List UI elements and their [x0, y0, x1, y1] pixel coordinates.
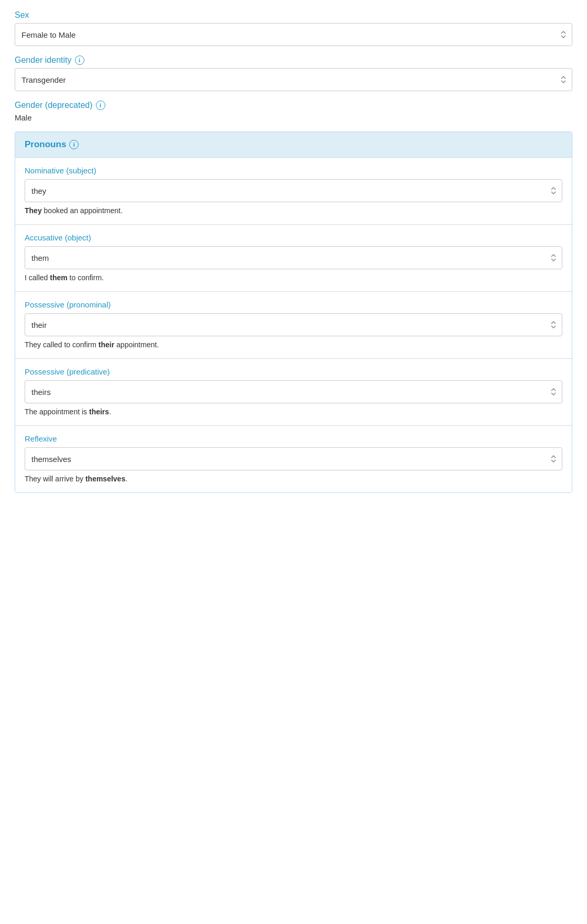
- possessive-pronominal-label-text: Possessive (pronominal): [25, 300, 111, 309]
- reflexive-example: They will arrive by themselves.: [25, 475, 562, 483]
- gender-deprecated-field-group: Gender (deprecated) i Male: [15, 101, 572, 122]
- possessive-predicative-select[interactable]: theirs his hers zirs xyrs other: [25, 380, 562, 403]
- gender-deprecated-label-text: Gender (deprecated): [15, 101, 93, 110]
- gender-deprecated-info-icon[interactable]: i: [96, 101, 105, 110]
- accusative-example-suffix: to confirm.: [68, 273, 104, 282]
- possessive-predicative-example: The appointment is theirs.: [25, 408, 562, 416]
- gender-identity-field-group: Gender identity i Transgender Male Femal…: [15, 56, 572, 91]
- possessive-predicative-select-wrapper: theirs his hers zirs xyrs other: [25, 380, 562, 403]
- reflexive-section: Reflexive themselves himself herself zem…: [15, 426, 572, 492]
- gender-deprecated-value: Male: [15, 113, 572, 122]
- reflexive-example-prefix: They will arrive by: [25, 475, 85, 483]
- possessive-pronominal-select[interactable]: their his her zir xyr other: [25, 313, 562, 336]
- pronouns-info-icon[interactable]: i: [69, 140, 79, 149]
- nominative-select-wrapper: they he she ze xe other: [25, 179, 562, 202]
- pronouns-label-text: Pronouns: [25, 139, 66, 150]
- sex-label: Sex: [15, 10, 572, 20]
- accusative-example-bold: them: [50, 273, 67, 282]
- possessive-pronominal-example-prefix: They called to confirm: [25, 340, 99, 349]
- pronouns-container: Pronouns i Nominative (subject) they he …: [15, 131, 572, 493]
- accusative-label: Accusative (object): [25, 233, 562, 242]
- possessive-pronominal-example-suffix: appointment.: [114, 340, 159, 349]
- pronouns-header: Pronouns i: [15, 132, 572, 158]
- gender-identity-select[interactable]: Transgender Male Female Non-binary Other…: [15, 68, 572, 91]
- nominative-label: Nominative (subject): [25, 166, 562, 175]
- possessive-predicative-section: Possessive (predicative) theirs his hers…: [15, 359, 572, 426]
- possessive-predicative-example-suffix: .: [109, 408, 111, 416]
- accusative-example: I called them to confirm.: [25, 273, 562, 282]
- gender-identity-label: Gender identity i: [15, 56, 572, 65]
- accusative-select-wrapper: them him her zem xem other: [25, 246, 562, 269]
- nominative-example: They booked an appointment.: [25, 206, 562, 215]
- reflexive-example-suffix: .: [125, 475, 127, 483]
- gender-deprecated-label: Gender (deprecated) i: [15, 101, 572, 110]
- reflexive-example-bold: themselves: [85, 475, 125, 483]
- possessive-pronominal-section: Possessive (pronominal) their his her zi…: [15, 292, 572, 359]
- reflexive-select-wrapper: themselves himself herself zemself xemse…: [25, 447, 562, 470]
- nominative-example-bold: They: [25, 206, 42, 215]
- gender-identity-info-icon[interactable]: i: [75, 56, 84, 65]
- possessive-predicative-example-bold: theirs: [89, 408, 109, 416]
- possessive-pronominal-example: They called to confirm their appointment…: [25, 340, 562, 349]
- sex-select-wrapper: Female to Male Male Female Unknown: [15, 23, 572, 46]
- gender-identity-label-text: Gender identity: [15, 56, 72, 65]
- sex-select[interactable]: Female to Male Male Female Unknown: [15, 23, 572, 46]
- nominative-example-suffix: booked an appointment.: [42, 206, 123, 215]
- possessive-pronominal-example-bold: their: [99, 340, 114, 349]
- reflexive-label-text: Reflexive: [25, 434, 57, 443]
- reflexive-select[interactable]: themselves himself herself zemself xemse…: [25, 447, 562, 470]
- reflexive-label: Reflexive: [25, 434, 562, 443]
- possessive-predicative-label: Possessive (predicative): [25, 367, 562, 376]
- nominative-section: Nominative (subject) they he she ze xe o…: [15, 158, 572, 225]
- nominative-select[interactable]: they he she ze xe other: [25, 179, 562, 202]
- possessive-pronominal-select-wrapper: their his her zir xyr other: [25, 313, 562, 336]
- pronouns-header-label: Pronouns i: [25, 139, 562, 150]
- possessive-pronominal-label: Possessive (pronominal): [25, 300, 562, 309]
- accusative-select[interactable]: them him her zem xem other: [25, 246, 562, 269]
- nominative-label-text: Nominative (subject): [25, 166, 96, 175]
- gender-identity-select-wrapper: Transgender Male Female Non-binary Other…: [15, 68, 572, 91]
- accusative-example-prefix: I called: [25, 273, 50, 282]
- possessive-predicative-label-text: Possessive (predicative): [25, 367, 110, 376]
- possessive-predicative-example-prefix: The appointment is: [25, 408, 89, 416]
- accusative-label-text: Accusative (object): [25, 233, 91, 242]
- sex-label-text: Sex: [15, 10, 29, 20]
- sex-field-group: Sex Female to Male Male Female Unknown: [15, 10, 572, 46]
- accusative-section: Accusative (object) them him her zem xem…: [15, 225, 572, 292]
